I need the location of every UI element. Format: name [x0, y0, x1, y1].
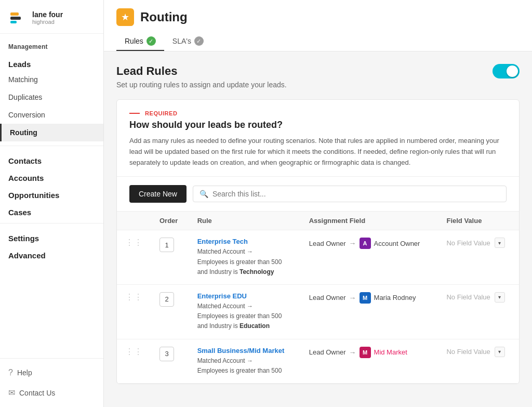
- field-value-cell: No Field Value ▾: [438, 339, 519, 383]
- col-rule: Rule: [189, 212, 301, 230]
- tab-rules-label: Rules: [125, 37, 143, 45]
- sidebar-item-duplicates[interactable]: Duplicates: [0, 88, 103, 106]
- title-row: ★ Routing: [116, 8, 520, 26]
- logo-icon: [8, 8, 27, 27]
- assignment-field: Lead Owner → M Mid Market: [309, 347, 430, 358]
- logo-text: lane four highroad: [32, 10, 63, 25]
- slas-check-icon: ✓: [194, 36, 204, 46]
- rule-name[interactable]: Small Business/Mid Market: [197, 347, 292, 355]
- field-value-cell: No Field Value ▾: [438, 230, 519, 285]
- contact-us-label: Contact Us: [19, 389, 55, 397]
- search-input[interactable]: [212, 190, 500, 198]
- arrow-icon: →: [349, 294, 356, 302]
- logo-sub: highroad: [32, 19, 63, 25]
- rule-name[interactable]: Enterprise Tech: [197, 238, 292, 245]
- rules-tbody: ⋮⋮1Enterprise TechMatched Account →Emplo…: [117, 230, 519, 384]
- sidebar-item-label: Duplicates: [8, 93, 42, 101]
- table-row: ⋮⋮2Enterprise EDUMatched Account →Employ…: [117, 284, 519, 339]
- create-new-button[interactable]: Create New: [129, 185, 187, 203]
- sidebar-item-conversion[interactable]: Conversion: [0, 106, 103, 124]
- card-description: Add as many rules as needed to define yo…: [129, 136, 507, 168]
- field-value-label: No Field Value: [446, 348, 490, 356]
- sidebar-contacts-group[interactable]: Contacts: [0, 150, 103, 167]
- rule-desc: Matched Account →Employees is greater th…: [197, 247, 292, 277]
- main-content: ★ Routing Rules ✓ SLA's ✓ Lead Rules Set…: [104, 0, 532, 407]
- assignment-cell: Lead Owner → M Maria Rodney: [301, 284, 438, 339]
- help-label: Help: [17, 369, 32, 377]
- drag-handle-cell: ⋮⋮: [117, 284, 151, 339]
- rule-name[interactable]: Enterprise EDU: [197, 292, 292, 300]
- mid-market-link[interactable]: Mid Market: [374, 348, 407, 356]
- sidebar-accounts-group[interactable]: Accounts: [0, 167, 103, 185]
- rule-desc: Matched Account →Employees is greater th…: [197, 356, 292, 376]
- arrow-icon: →: [349, 348, 356, 357]
- content-area: Lead Rules Set up routing rules to assig…: [104, 51, 532, 407]
- user-badge-icon: M: [360, 292, 371, 304]
- field-value-dropdown[interactable]: ▾: [495, 347, 505, 357]
- sidebar-item-label: Conversion: [8, 111, 45, 119]
- svg-rect-2: [10, 17, 21, 20]
- order-badge: 3: [159, 347, 174, 361]
- sidebar: lane four highroad Management Leads Matc…: [0, 0, 104, 407]
- star-icon: ★: [121, 11, 129, 23]
- assignment-field: Lead Owner → M Maria Rodney: [309, 292, 430, 304]
- assignment-cell: Lead Owner → M Mid Market: [301, 339, 438, 383]
- sidebar-settings-group[interactable]: Settings: [0, 228, 103, 245]
- rules-card: REQUIRED How should your leads be routed…: [116, 99, 520, 384]
- sidebar-item-label: Matching: [8, 75, 38, 84]
- management-label: Management: [0, 34, 103, 54]
- col-assignment: Assignment Field: [301, 212, 438, 230]
- lead-rules-toggle[interactable]: [493, 64, 520, 78]
- lead-owner-label: Lead Owner: [309, 240, 346, 247]
- lead-rules-header: Lead Rules: [116, 64, 520, 78]
- rule-cell: Small Business/Mid MarketMatched Account…: [189, 339, 301, 383]
- svg-rect-3: [10, 21, 17, 23]
- help-icon: ?: [8, 368, 13, 377]
- sidebar-item-routing[interactable]: Routing: [0, 124, 103, 141]
- sidebar-item-matching[interactable]: Matching: [0, 71, 103, 88]
- order-cell: 1: [151, 230, 189, 285]
- lead-owner-label: Lead Owner: [309, 294, 346, 301]
- col-order: Order: [151, 212, 189, 230]
- tab-slas[interactable]: SLA's ✓: [164, 32, 212, 51]
- drag-handle-icon[interactable]: ⋮⋮: [125, 238, 143, 247]
- sidebar-cases-group[interactable]: Cases: [0, 202, 103, 219]
- lead-rules-subtitle: Set up routing rules to assign and updat…: [116, 81, 520, 89]
- field-value-label: No Field Value: [446, 239, 490, 247]
- field-value-cell: No Field Value ▾: [438, 284, 519, 339]
- sidebar-advanced-group[interactable]: Advanced: [0, 245, 103, 262]
- tab-slas-label: SLA's: [172, 37, 191, 45]
- sidebar-contact-us-item[interactable]: ✉ Contact Us: [0, 383, 103, 403]
- rule-cell: Enterprise TechMatched Account →Employee…: [189, 230, 301, 285]
- table-header: Order Rule Assignment Field Field Value: [117, 212, 519, 230]
- drag-handle-icon[interactable]: ⋮⋮: [125, 293, 143, 301]
- search-box: 🔍: [193, 186, 507, 202]
- sidebar-help-item[interactable]: ? Help: [0, 363, 103, 383]
- logo-name: lane four: [32, 10, 63, 19]
- order-badge: 2: [159, 292, 174, 307]
- main-header: ★ Routing Rules ✓ SLA's ✓: [104, 0, 532, 51]
- rule-cell: Enterprise EDUMatched Account →Employees…: [189, 284, 301, 339]
- user-badge-icon: M: [360, 347, 371, 358]
- table-row: ⋮⋮3Small Business/Mid MarketMatched Acco…: [117, 339, 519, 383]
- field-value-content: No Field Value ▾: [446, 347, 511, 357]
- sidebar-leads-group[interactable]: Leads: [0, 54, 103, 71]
- assignment-cell: Lead Owner → A Account Owner: [301, 230, 438, 285]
- field-value-content: No Field Value ▾: [446, 238, 511, 248]
- page-title: Routing: [140, 10, 188, 24]
- col-drag: [117, 212, 151, 230]
- order-cell: 2: [151, 284, 189, 339]
- field-value-content: No Field Value ▾: [446, 292, 511, 303]
- routing-icon: ★: [116, 8, 134, 26]
- card-question: How should your leads be routed?: [129, 120, 507, 130]
- rules-table: Order Rule Assignment Field Field Value …: [117, 212, 519, 384]
- table-row: ⋮⋮1Enterprise TechMatched Account →Emplo…: [117, 230, 519, 285]
- rule-desc: Matched Account →Employees is greater th…: [197, 301, 292, 332]
- drag-handle-icon[interactable]: ⋮⋮: [125, 347, 143, 356]
- field-value-dropdown[interactable]: ▾: [495, 292, 505, 303]
- sidebar-opportunities-group[interactable]: Opportunities: [0, 185, 103, 202]
- tab-rules[interactable]: Rules ✓: [116, 32, 164, 51]
- field-value-dropdown[interactable]: ▾: [495, 238, 505, 248]
- lead-rules-title: Lead Rules: [116, 64, 177, 78]
- search-icon: 🔍: [200, 190, 208, 198]
